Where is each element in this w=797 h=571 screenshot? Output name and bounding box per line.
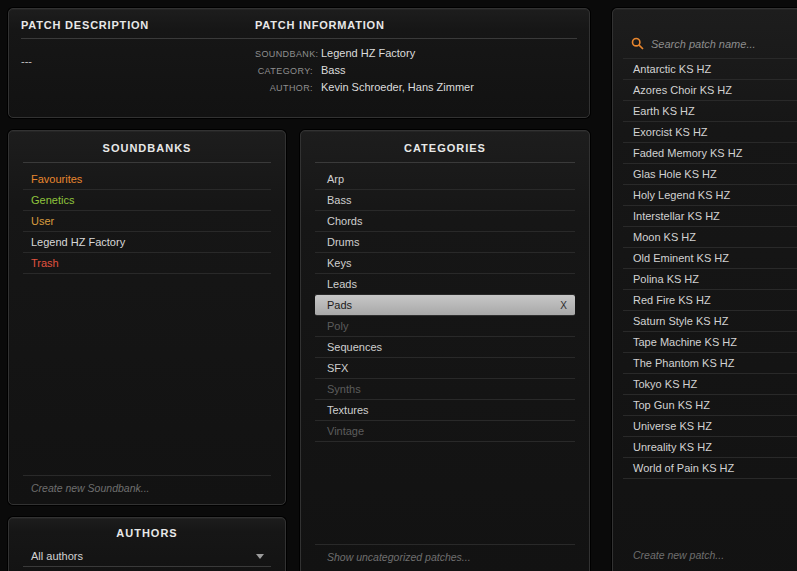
soundbank-label: Genetics [31, 194, 74, 206]
patch-item[interactable]: Tokyo KS HZ [623, 374, 797, 395]
patch-info-headers: PATCH DESCRIPTION PATCH INFORMATION [9, 9, 589, 31]
category-item[interactable]: Chords [315, 211, 575, 232]
soundbank-label: Favourites [31, 173, 82, 185]
category-label: Sequences [327, 341, 382, 353]
category-item[interactable]: Pads X [315, 295, 575, 316]
soundbank-label: Legend HZ Factory [31, 236, 125, 248]
categories-panel: CATEGORIES Arp Bass Chords Drums [300, 130, 590, 571]
soundbank-item[interactable]: Favourites [23, 169, 271, 190]
patch-info-label: SOUNDBANK: [255, 49, 313, 59]
category-item[interactable]: Bass [315, 190, 575, 211]
patch-item[interactable]: Holy Legend KS HZ [623, 185, 797, 206]
create-soundbank-button[interactable]: Create new Soundbank... [23, 475, 271, 496]
patch-info-panel: PATCH DESCRIPTION PATCH INFORMATION --- … [8, 8, 590, 118]
category-label: Poly [327, 320, 348, 332]
patch-item[interactable]: Interstellar KS HZ [623, 206, 797, 227]
category-label: Synths [327, 383, 361, 395]
patch-item[interactable]: Saturn Style KS HZ [623, 311, 797, 332]
patch-description-header: PATCH DESCRIPTION [21, 19, 255, 31]
patch-info-value: Bass [321, 64, 345, 76]
soundbanks-header: SOUNDBANKS [9, 131, 285, 154]
patch-information-header: PATCH INFORMATION [255, 19, 385, 31]
category-item[interactable]: Vintage [315, 421, 575, 442]
patch-item[interactable]: Universe KS HZ [623, 416, 797, 437]
patch-info-label: AUTHOR: [255, 83, 313, 93]
patch-item[interactable]: Polina KS HZ [623, 269, 797, 290]
category-label: Bass [327, 194, 351, 206]
category-item[interactable]: Keys [315, 253, 575, 274]
patches-panel: Antarctic KS HZ Azores Choir KS HZ Earth… [612, 8, 797, 571]
patch-item[interactable]: Old Eminent KS HZ [623, 248, 797, 269]
patch-item[interactable]: Glas Hole KS HZ [623, 164, 797, 185]
category-label: Keys [327, 257, 351, 269]
soundbank-item[interactable]: Trash [23, 253, 271, 274]
soundbank-label: Trash [31, 257, 59, 269]
category-label: Leads [327, 278, 357, 290]
patch-item[interactable]: Unreality KS HZ [623, 437, 797, 458]
authors-select[interactable]: All authors [23, 545, 271, 567]
category-item[interactable]: SFX [315, 358, 575, 379]
show-uncategorized-button[interactable]: Show uncategorized patches... [315, 544, 575, 565]
soundbanks-list: Favourites Genetics User Legend HZ Facto… [23, 169, 271, 274]
patch-item[interactable]: Earth KS HZ [623, 101, 797, 122]
category-label: Arp [327, 173, 344, 185]
patch-item[interactable]: The Phantom KS HZ [623, 353, 797, 374]
authors-selected-value: All authors [31, 550, 83, 562]
patch-info-label: CATEGORY: [255, 66, 313, 76]
chevron-down-icon[interactable] [256, 554, 264, 559]
category-item[interactable]: Sequences [315, 337, 575, 358]
category-label: Chords [327, 215, 362, 227]
categories-header: CATEGORIES [301, 131, 589, 154]
patch-item[interactable]: Red Fire KS HZ [623, 290, 797, 311]
category-label: Vintage [327, 425, 364, 437]
category-label: Drums [327, 236, 359, 248]
patch-info-value: Kevin Schroeder, Hans Zimmer [321, 81, 474, 93]
category-item[interactable]: Arp [315, 169, 575, 190]
authors-header: AUTHORS [9, 518, 285, 539]
soundbank-item[interactable]: Legend HZ Factory [23, 232, 271, 253]
soundbank-label: User [31, 215, 54, 227]
header-divider [315, 162, 575, 163]
patch-info-content: --- SOUNDBANK: Legend HZ Factory CATEGOR… [9, 39, 589, 98]
header-divider [23, 162, 271, 163]
patch-info-row: AUTHOR: Kevin Schroeder, Hans Zimmer [255, 81, 474, 93]
patch-description-value: --- [21, 47, 255, 98]
category-item[interactable]: Synths [315, 379, 575, 400]
patch-info-row: SOUNDBANK: Legend HZ Factory [255, 47, 474, 59]
patch-info-value: Legend HZ Factory [321, 47, 415, 59]
category-item[interactable]: Drums [315, 232, 575, 253]
patch-info-row: CATEGORY: Bass [255, 64, 474, 76]
patch-item[interactable]: Exorcist KS HZ [623, 122, 797, 143]
patch-info-fields: SOUNDBANK: Legend HZ Factory CATEGORY: B… [255, 47, 474, 98]
soundbank-item[interactable]: User [23, 211, 271, 232]
patch-item[interactable]: Top Gun KS HZ [623, 395, 797, 416]
category-item[interactable]: Textures [315, 400, 575, 421]
patch-item[interactable]: World of Pain KS HZ [623, 458, 797, 479]
patch-search-row[interactable] [623, 29, 797, 59]
category-item[interactable]: Poly [315, 316, 575, 337]
patch-item[interactable]: Antarctic KS HZ [623, 59, 797, 80]
search-icon [631, 37, 644, 50]
patch-item[interactable]: Tape Machine KS HZ [623, 332, 797, 353]
create-patch-button[interactable]: Create new patch... [633, 549, 724, 561]
patches-list: Antarctic KS HZ Azores Choir KS HZ Earth… [623, 59, 797, 479]
patch-search-input[interactable] [651, 38, 797, 50]
category-label: SFX [327, 362, 348, 374]
category-label: Textures [327, 404, 369, 416]
categories-list: Arp Bass Chords Drums Keys [315, 169, 575, 442]
patch-item[interactable]: Moon KS HZ [623, 227, 797, 248]
patch-item[interactable]: Azores Choir KS HZ [623, 80, 797, 101]
soundbank-item[interactable]: Genetics [23, 190, 271, 211]
category-item[interactable]: Leads [315, 274, 575, 295]
soundbanks-panel: SOUNDBANKS Favourites Genetics User Lege… [8, 130, 286, 505]
category-label: Pads [327, 299, 352, 311]
authors-panel: AUTHORS All authors [8, 517, 286, 571]
category-clear-icon[interactable]: X [560, 295, 567, 316]
patch-item[interactable]: Faded Memory KS HZ [623, 143, 797, 164]
